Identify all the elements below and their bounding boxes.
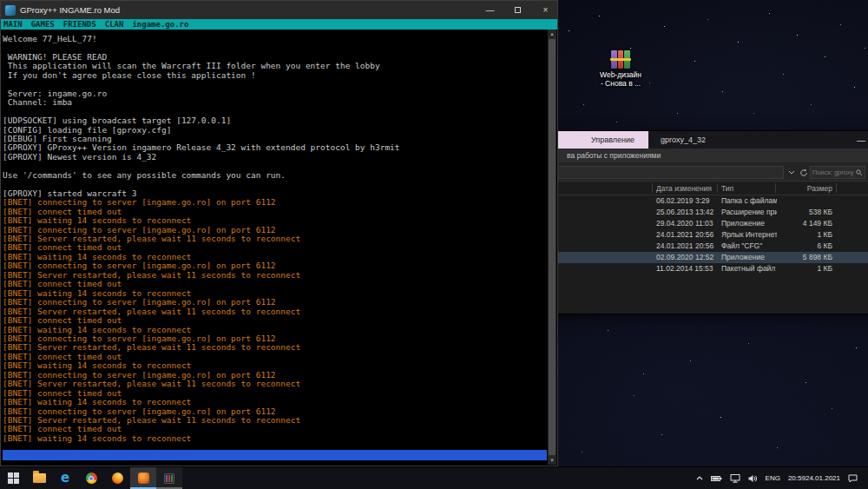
menu-item-server[interactable]: ingame.go.ro [132,20,188,29]
console-line: [BNET] waiting 14 seconds to reconnect [3,398,547,406]
console-maximize-button[interactable] [506,1,529,19]
hidden-icons-chevron[interactable] [696,476,703,480]
column-header-size[interactable]: Размер [778,184,832,193]
file-type: Файл "CFG" [721,241,777,250]
edge-icon: e [61,472,69,485]
console-line: [GPROXY] Newest version is 4_32 [3,153,547,162]
console-line: Server: ingame.go.ro [3,89,547,98]
file-date: 25.06.2013 13:42 [656,208,713,216]
file-size: 538 КБ [773,208,832,216]
taskbar-gproxy-button[interactable] [130,467,156,489]
console-minimize-button[interactable]: — [478,1,502,19]
contextual-tab-label: Управление [591,135,635,144]
taskbar-firefox-button[interactable] [104,467,130,489]
file-type: Приложение [721,219,777,228]
column-header-type[interactable]: Тип [721,184,733,193]
gproxy-app-icon [5,5,16,16]
file-size: 6 КБ [773,241,832,250]
search-icon [856,169,863,176]
console-window-title: GProxy++ INGAME.ro Mod [20,5,474,15]
console-close-button[interactable]: × [534,1,557,19]
search-input[interactable] [811,169,856,176]
ribbon-contextual-label: ва работы с приложениями [567,151,661,160]
refresh-icon[interactable] [798,167,809,178]
archive-app-icon [164,473,174,484]
column-divider[interactable] [652,183,653,193]
menu-item-games[interactable]: GAMES [31,20,55,29]
desktop-icon-label-line2: - Снова в ... [594,80,648,89]
firefox-icon [112,472,123,484]
language-indicator[interactable]: ENG [766,474,780,482]
column-header-date[interactable]: Дата изменения [656,184,712,193]
network-icon[interactable] [730,474,740,483]
file-date: 11.02.2014 15:53 [656,264,713,273]
scroll-down-icon[interactable]: ▼ [548,456,556,465]
file-type: Ярлык Интернета [721,230,777,239]
console-titlebar[interactable]: GProxy++ INGAME.ro Mod — × [1,1,557,19]
file-type: Приложение [721,253,777,261]
gproxy-taskbar-icon [138,472,149,484]
desktop-icon-label: Web-дизайн - Снова в ... [594,71,648,88]
file-date: 29.04.2020 11:03 [656,219,713,228]
console-line: [UDPSOCKET] using broadcast target [127.… [3,116,547,125]
search-box [810,166,865,179]
explorer-minimize-button[interactable]: — [846,131,868,149]
desktop-icon-webdesign[interactable]: Web-дизайн - Снова в ... [594,50,648,88]
scroll-up-icon[interactable]: ▲ [548,30,556,38]
file-date: 06.02.2019 3:29 [656,196,709,205]
console-line: Welcome 77_HeLL_77! [3,35,547,43]
column-divider[interactable] [775,183,776,193]
console-scrollbar[interactable]: ▲ ▼ [548,30,556,465]
console-line: Channel: imba [3,98,547,107]
console-menubar: MAIN GAMES FRIENDS CLAN ingame.go.ro [1,19,557,30]
file-size: 4 149 КБ [773,219,832,228]
taskbar: e ENG 20:59 24.01.2021 [0,466,868,489]
file-size: 1 КБ [773,264,832,273]
file-type: Пакетный файл ... [721,264,777,273]
address-dropdown-icon[interactable] [786,167,797,178]
taskbar-edge-button[interactable]: e [52,467,78,489]
gproxy-console-window: GProxy++ INGAME.ro Mod — × MAIN GAMES FR… [0,0,558,466]
file-size: 1 КБ [773,230,832,239]
console-line: [BNET] waiting 14 seconds to reconnect [3,434,547,443]
folder-icon [33,473,46,483]
column-divider[interactable] [717,183,718,193]
chrome-icon [86,472,97,484]
menu-item-clan[interactable]: CLAN [105,20,124,29]
winrar-archive-icon [611,50,630,69]
battery-icon[interactable] [711,474,722,483]
scrollbar-thumb[interactable] [549,39,556,455]
column-divider[interactable] [836,183,837,193]
windows-logo-icon [8,472,19,484]
clock[interactable]: 20:59 24.01.2021 [788,474,840,482]
console-output: Welcome 77_HeLL_77! WARNING! PLEASE READ… [3,30,547,445]
menu-item-friends[interactable]: FRIENDS [63,20,96,29]
explorer-window-title: gproxy_4_32 [661,135,706,144]
taskbar-file-explorer-button[interactable] [26,467,52,489]
console-line: If you don't agree please close this app… [3,71,547,80]
file-type: Папка с файлами [721,196,777,205]
file-date: 02.09.2020 12:52 [656,253,713,261]
file-date: 24.01.2021 20:56 [656,241,713,250]
menu-item-main[interactable]: MAIN [3,20,23,29]
console-line: Use '/commands' to see any possible comm… [3,171,547,180]
console-line: [BNET] connect timed out [3,316,547,325]
taskbar-app-button[interactable] [156,467,182,489]
file-size: 5 898 КБ [773,253,832,261]
action-center-icon[interactable] [848,474,858,483]
file-date: 24.01.2021 20:56 [656,230,713,239]
file-type: Расширение при... [721,208,777,216]
taskbar-chrome-button[interactable] [78,467,104,489]
start-button[interactable] [0,467,26,489]
tray-date: 24.01.2021 [806,474,840,482]
volume-icon[interactable] [748,474,758,483]
console-input-bar[interactable] [3,450,547,460]
system-tray: ENG 20:59 24.01.2021 [696,467,868,489]
console-line: [BNET] waiting 14 seconds to reconnect [3,216,547,225]
tray-time: 20:59 [788,474,806,482]
